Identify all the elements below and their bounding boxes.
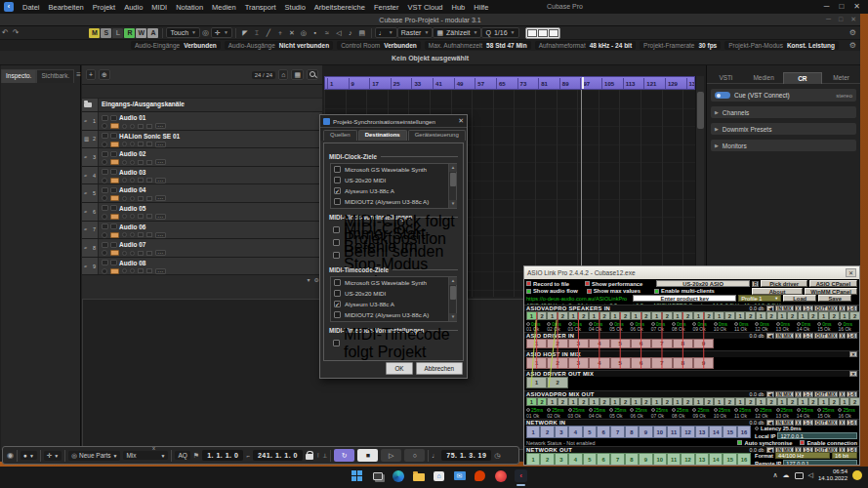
record-enable-button[interactable] <box>102 142 107 147</box>
channel-cell[interactable]: 7 <box>610 453 624 466</box>
menu-hilfe[interactable]: Hilfe <box>474 3 488 12</box>
left-locator-value[interactable]: 1. 1. 1. 0 <box>202 450 243 461</box>
channel-cell[interactable]: 1 <box>818 311 829 320</box>
solo-button[interactable] <box>110 260 117 265</box>
taskbar-edge-icon[interactable] <box>391 468 405 483</box>
edit-channel-button[interactable] <box>122 232 127 237</box>
solo-button[interactable] <box>110 115 117 121</box>
tool-icon-10[interactable]: ▤ <box>356 27 368 38</box>
read-automation-button[interactable] <box>138 268 144 273</box>
channel-cell[interactable]: 1 <box>798 397 808 406</box>
tool-icon-1[interactable]: ⌶ <box>251 27 263 38</box>
freeze-button[interactable] <box>130 196 135 201</box>
channel-cell[interactable]: 2 <box>547 377 567 388</box>
home-icon[interactable]: ⌂ <box>278 69 288 80</box>
channel-cell[interactable]: 2 <box>682 397 693 406</box>
status-audio-eingänge[interactable]: Audio-EingängeVerbunden <box>131 41 221 50</box>
menu-midi[interactable]: MIDI <box>151 3 167 12</box>
menu-datei[interactable]: Datei <box>22 3 40 12</box>
channel-cell[interactable]: 1 <box>631 397 641 406</box>
mute-button[interactable] <box>102 169 108 175</box>
flag-icon[interactable]: ⚑ <box>193 452 199 460</box>
tool-icon-2[interactable]: ╱ <box>263 27 274 38</box>
profile-select[interactable]: Profile 1▼ <box>738 295 781 302</box>
notification-icon[interactable] <box>852 470 862 480</box>
left-icon[interactable]: ◀ <box>766 305 774 311</box>
channel-cell[interactable]: 6 <box>631 339 651 348</box>
dialog-titlebar[interactable]: Projekt-Synchronisationseinstellungen ✕ <box>320 115 467 128</box>
tempo-note-icon[interactable]: ♩ <box>432 452 438 459</box>
edit-channel-button[interactable] <box>122 268 127 273</box>
channel-cell[interactable]: 10 <box>653 426 667 438</box>
menu-audio[interactable]: Audio <box>124 3 143 12</box>
record-enable-button[interactable] <box>102 178 107 183</box>
channel-cell[interactable]: 13 <box>695 426 709 438</box>
option-us-20x20-midi[interactable]: US-20x20 MIDI <box>331 175 448 185</box>
ratio-button[interactable]: 1-1 <box>803 333 813 339</box>
channel-cell[interactable]: 8 <box>625 426 639 438</box>
close-section-button[interactable]: ✕ <box>849 351 857 357</box>
channel-cell[interactable]: 2 <box>662 397 673 406</box>
option-midiout2-alyseum-u3-88c-a-[interactable]: MIDIOUT2 (Alyseum U3-88c A) <box>331 309 448 320</box>
track-row-halion-sonic-se-01[interactable]: ▥2HALion Sonic SE 01⋯ <box>82 131 322 149</box>
onedrive-icon[interactable]: ☁ <box>783 471 790 479</box>
product-key-input[interactable] <box>633 295 736 302</box>
listbox-scrollbar[interactable]: ▲▼ <box>448 277 456 321</box>
menu-bearbeiten[interactable]: Bearbeiten <box>49 3 84 12</box>
solo-button[interactable] <box>110 169 117 175</box>
channel-cell[interactable]: 7 <box>651 357 672 369</box>
channel-cell[interactable]: 1 <box>756 397 766 406</box>
checkbox[interactable]: ✓ <box>334 187 341 194</box>
channel-cell[interactable]: 2 <box>662 311 673 320</box>
channel-cell[interactable]: 1 <box>547 311 558 320</box>
compensation-icon[interactable]: ◎ <box>200 28 211 37</box>
channel-cell[interactable]: 10 <box>653 453 667 466</box>
channel-cell[interactable]: 2 <box>599 311 610 320</box>
write-automation-button[interactable] <box>146 142 152 146</box>
track-row-audio-08[interactable]: ≈9Audio 08⋯ <box>82 258 322 276</box>
in-mix-button[interactable]: IN MIX <box>775 305 794 311</box>
freeze-button[interactable] <box>130 178 135 183</box>
redo-icon[interactable]: ↷ <box>11 28 21 37</box>
play-button[interactable]: ▷ <box>381 449 401 462</box>
layout-bottom-button[interactable] <box>538 29 548 37</box>
solo-button[interactable] <box>110 205 117 211</box>
x-button[interactable]: X <box>795 333 802 339</box>
scroll-thumb[interactable] <box>450 173 456 186</box>
cr-section-downmix-presets[interactable]: ▶Downmix Presets <box>711 123 856 135</box>
dialog-tab-quellen[interactable]: Quellen <box>323 130 357 141</box>
freeze-button[interactable] <box>130 214 135 219</box>
asio-titlebar[interactable]: ASIO Link Pro 2.4.4.2 - Cubase12.exe ✕ <box>524 266 859 279</box>
transport-config-icon[interactable]: ◉ <box>7 451 14 460</box>
mute-button[interactable] <box>102 133 108 139</box>
mute-button[interactable] <box>102 205 108 211</box>
cue-row[interactable]: Cue (VST Connect) stereo <box>711 89 856 102</box>
edit-channel-button[interactable] <box>122 214 127 219</box>
more-options-button[interactable]: ⋯ <box>155 268 166 274</box>
proj-maximize-icon[interactable]: □ <box>839 16 843 23</box>
x-button[interactable]: X <box>795 305 802 311</box>
proj-close-icon[interactable]: ✕ <box>850 16 856 23</box>
channel-cell[interactable]: 2 <box>808 397 819 406</box>
channel-cell[interactable]: 1 <box>526 339 547 348</box>
read-automation-button[interactable] <box>138 124 144 129</box>
channel-cell[interactable]: 9 <box>639 453 652 466</box>
channel-cell[interactable]: 1 <box>526 377 547 388</box>
raster-dropdown[interactable]: Raster▼ <box>397 27 434 38</box>
channel-cell[interactable]: 9 <box>693 357 714 369</box>
checkbox[interactable]: ✓ <box>334 301 341 307</box>
asio-link[interactable]: https://o-deus-audio.com.au/ASIOLinkPro <box>526 296 627 302</box>
menu-studio[interactable]: Studio <box>285 3 306 12</box>
channel-cell[interactable]: 1 <box>693 311 704 320</box>
menu-projekt[interactable]: Projekt <box>93 3 115 12</box>
channel-cell[interactable]: 2 <box>829 311 840 320</box>
channel-cell[interactable]: 2 <box>787 311 798 320</box>
driver-name-field[interactable]: US-20x20 ASIO <box>656 280 750 287</box>
option-midi-timecode-folgt-projekt[interactable]: MIDI-Timecode folgt Projekt <box>329 337 458 349</box>
undo-icon[interactable]: ↶ <box>0 28 11 37</box>
channel-cell[interactable]: 6 <box>597 453 610 466</box>
channel-cell[interactable]: 1 <box>610 311 621 320</box>
channel-cell[interactable]: 2 <box>599 397 610 406</box>
channel-cell[interactable]: 2 <box>547 339 567 348</box>
record-mode-dropdown[interactable]: ●▼ <box>21 451 37 460</box>
